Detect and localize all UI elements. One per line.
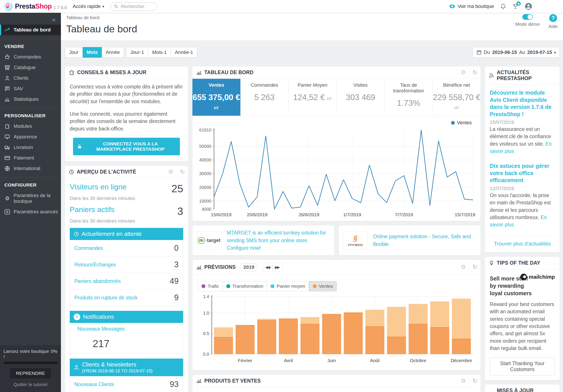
svg-text:15/6/2019: 15/6/2019 (211, 212, 231, 217)
sidebar-item-livraison[interactable]: Livraison (0, 142, 61, 153)
kpi-commandes[interactable]: Commandes 5 263 (241, 79, 289, 116)
settings-gear-button[interactable]: ⚙ (458, 264, 469, 270)
settings-gear-button[interactable]: ⚙ (458, 378, 469, 384)
panel-produits: PRODUITS ET VENTES ⚙↻ COMMANDES RÉCENTES… (192, 375, 481, 392)
search-box[interactable] (110, 2, 157, 11)
legend-button-panier-moyen[interactable]: Panier moyen (267, 281, 309, 291)
sync-arrows-icon (489, 391, 494, 392)
attente-link[interactable]: Retours/Échanges (74, 262, 116, 268)
sidebar-item-international[interactable]: International (0, 163, 61, 174)
online-visitors-value: 25 (172, 183, 183, 195)
svg-text:Octobre: Octobre (410, 358, 426, 363)
panel-tips-title: TIPS OF THE DAY (497, 260, 540, 266)
sidebar-section-title: VENDRE (0, 39, 61, 52)
date-range-picker-button[interactable]: Du2019-06-15 Au2019-07-15 ▾ (473, 47, 560, 58)
calendar-icon (476, 50, 482, 55)
sidebar: « Tableau de bord VENDRECommandesCatalog… (0, 13, 61, 392)
kpi-panier-moyen[interactable]: Panier Moyen 124,52 € HT (289, 79, 337, 116)
achievements-trophy-button[interactable]: 9 (512, 3, 519, 10)
clients-value: 93 (170, 380, 179, 389)
svg-text:1/7/2019: 1/7/2019 (343, 212, 361, 217)
banner-yourpay[interactable]: § your◆pay Online payment solution - Sec… (339, 225, 481, 255)
svg-text:30000: 30000 (199, 171, 211, 176)
sidebar-item-apparence[interactable]: Apparence (0, 131, 61, 142)
range-button-année[interactable]: Année (102, 47, 124, 58)
year-pill: 2019 (240, 263, 258, 271)
sidebar-item-sav[interactable]: SAV (0, 83, 61, 94)
quit-tutorial-link[interactable]: Quitter le tutoriel (3, 382, 57, 387)
notifications-bell-button[interactable] (500, 3, 506, 10)
attente-link[interactable]: Paniers abandonnés (74, 278, 121, 284)
svg-text:20000: 20000 (199, 185, 211, 190)
legend-button-transformation[interactable]: Transformation (223, 281, 267, 291)
previous-year-button[interactable]: ◀◀ (263, 263, 272, 272)
breadcrumb[interactable]: Tableau de bord (66, 15, 558, 20)
attente-value: 3 (174, 260, 179, 269)
quick-access-menu[interactable]: Accès rapide▾ (73, 3, 104, 9)
active-carts-link[interactable]: Paniers actifs (70, 205, 115, 214)
sidebar-item-clients[interactable]: Clients (0, 73, 61, 83)
news-item-title[interactable]: Dix astuces pour gérer votre back office… (490, 162, 555, 184)
range-button-année-1[interactable]: Année-1 (171, 47, 197, 58)
legend-button-trafic[interactable]: Trafic (198, 281, 223, 291)
attente-row: Retours/Échanges 3 (70, 256, 183, 273)
next-year-button[interactable]: ▶▶ (272, 263, 282, 272)
refresh-button[interactable]: ↻ (469, 264, 481, 270)
attente-link[interactable]: Commandes (74, 245, 103, 251)
sidebar-item-param-tres-de-la-boutique[interactable]: ⚙Paramètres de la boutique (0, 190, 61, 207)
sidebar-item-tableau-de-bord[interactable]: Tableau de bord (0, 25, 61, 35)
settings-gear-button[interactable]: ⚙ (165, 169, 177, 175)
range-button-jour[interactable]: Jour (65, 47, 83, 58)
help-button[interactable]: ? Aide (549, 14, 558, 29)
demo-mode-toggle[interactable]: Mode démo (515, 14, 540, 27)
range-button-mois[interactable]: Mois (83, 47, 102, 58)
panel-updates: MISES À JOUR PRESTASHOP Votre version de… (485, 385, 560, 392)
account-avatar-button[interactable] (525, 3, 532, 10)
sidebar-item-paiement[interactable]: Paiement (0, 153, 61, 163)
sidebar-item-param-tres-avanc-s[interactable]: ⚙Paramètres avancés (0, 207, 61, 217)
sidebar-item-catalogue[interactable]: Catalogue (0, 62, 61, 73)
sidebar-item-statistiques[interactable]: Statistiques (0, 94, 61, 105)
kpi-ventes[interactable]: Ventes 655 375,00 € HT (192, 79, 241, 116)
clients-link[interactable]: Nouveaux Clients (74, 381, 114, 387)
svg-text:Avril: Avril (284, 358, 293, 363)
news-item-title[interactable]: Découvrez le module Avis Client disponib… (490, 89, 555, 118)
refresh-button[interactable]: ↻ (469, 378, 481, 384)
refresh-button[interactable]: ↻ (177, 169, 188, 175)
svg-text:15/7/2019: 15/7/2019 (455, 212, 475, 217)
resume-tutorial-button[interactable]: REPRENDRE (10, 368, 51, 378)
kpi-visites[interactable]: Visites 303 469 (337, 79, 385, 116)
news-item: Dix astuces pour gérer votre back office… (490, 162, 555, 228)
tips-body: Reward your best customers with an autom… (490, 301, 555, 352)
news-item: Découvrez le module Avis Client disponib… (490, 89, 555, 155)
tips-cta-button[interactable]: Start Thanking Your Customers (490, 357, 555, 376)
sidebar-onboarding-footer: Lancez votre boutique ! 0% REPRENDRE Qui… (0, 345, 61, 392)
view-shop-link[interactable]: Voir ma boutique (449, 3, 494, 10)
attente-row: Commandes 0 (70, 240, 183, 256)
clock-icon (69, 169, 74, 175)
sidebar-item-modules[interactable]: Modules (0, 121, 61, 131)
sidebar-collapse-button[interactable]: « (0, 13, 61, 25)
attente-link[interactable]: Produits en rupture de stock (74, 295, 138, 301)
panel-tips: TIPS OF THE DAY mailchimp Sell more stuf… (485, 257, 560, 380)
kpi-taux-de-transformation[interactable]: Taux de transformation 1.73% (385, 79, 433, 116)
kpi-b-n-fice-net[interactable]: Bénéfice net 229 558,70 € HT (433, 79, 481, 116)
range-button-jour-1[interactable]: Jour-1 (126, 47, 148, 58)
gearbox-icon: ⚙ (4, 209, 10, 214)
search-input[interactable] (121, 4, 154, 9)
sidebar-section-title: PERSONNALISER (0, 108, 61, 121)
basket-icon (4, 54, 10, 60)
new-messages-link[interactable]: Nouveaux Messages (77, 326, 125, 332)
online-visitors-link[interactable]: Visiteurs en ligne (70, 183, 127, 191)
more-news-link[interactable]: Trouver plus d'actualités (494, 241, 551, 247)
marketplace-connect-button[interactable]: CONNECTEZ VOUS A LA MARKETPLACE PRESTASH… (73, 138, 180, 155)
banner-mtarget[interactable]: m·target MTARGET is an efficient turnkey… (192, 225, 334, 255)
settings-gear-button[interactable]: ⚙ (458, 69, 469, 76)
refresh-button[interactable]: ↻ (469, 69, 481, 76)
legend-button-ventes[interactable]: Ventes (309, 281, 337, 291)
range-button-mois-1[interactable]: Mois-1 (148, 47, 171, 58)
active-carts-sub: Dans les 30 dernières minutes (70, 218, 183, 224)
attente-value: 9 (174, 293, 179, 302)
toggle-on-icon[interactable] (522, 14, 533, 20)
sidebar-item-commandes[interactable]: Commandes (0, 52, 61, 62)
